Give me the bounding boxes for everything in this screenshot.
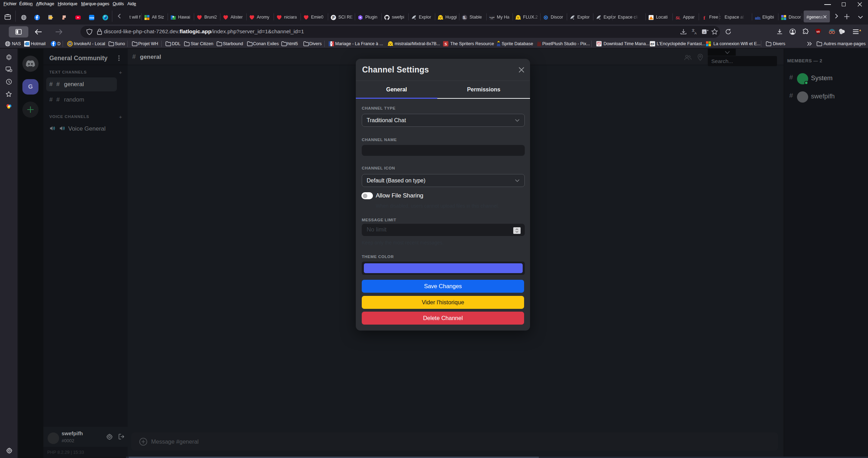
svg-text:EF: EF (651, 42, 655, 46)
svg-text:A: A (703, 30, 705, 34)
svg-text:SL: SL (676, 16, 680, 20)
svg-text:S: S (445, 42, 447, 47)
svg-text:A: A (694, 32, 697, 35)
svg-text:DSM: DSM (89, 16, 94, 19)
svg-text:S.: S. (463, 15, 466, 20)
svg-text:UO: UO (817, 30, 820, 33)
svg-text:P: P (332, 16, 335, 20)
svg-text:adn: adn (755, 16, 760, 20)
svg-text:f: f (704, 15, 706, 21)
svg-text:CLOUD: CLOUD (489, 16, 494, 18)
